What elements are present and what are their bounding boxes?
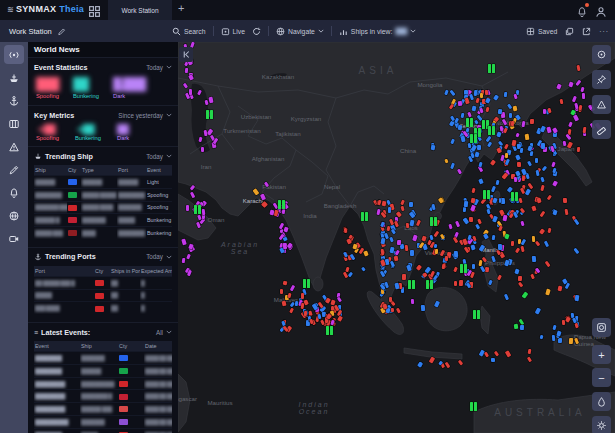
ship-marker[interactable] [282, 243, 286, 249]
measure-ruler-button[interactable] [592, 120, 611, 139]
trending-port-row[interactable]: ███ ████ ███ [34, 302, 172, 314]
ship-marker[interactable] [491, 235, 495, 241]
panel-collapse-button[interactable] [179, 47, 193, 62]
ship-marker[interactable] [519, 147, 523, 152]
ship-marker[interactable] [536, 198, 541, 203]
trending-ship-row[interactable]: ███████ ███ █████ ███████████ Spoofing [34, 201, 172, 214]
ship-marker[interactable] [559, 98, 563, 104]
filter-dropdown[interactable]: All [156, 329, 172, 336]
ship-marker[interactable] [499, 198, 502, 203]
weather-droplet-button[interactable] [592, 392, 611, 411]
trending-ship-row[interactable]: ████████ █████ █████████████ Spoofing [34, 188, 172, 201]
ship-marker[interactable] [524, 134, 528, 140]
ship-marker[interactable] [578, 105, 582, 110]
ship-marker[interactable] [345, 266, 349, 271]
latest-event-row[interactable]: █████████ ██████ ███ ████ ██ ██ [34, 403, 172, 416]
ship-marker[interactable] [409, 202, 413, 207]
trending-ship-row[interactable]: █████ ███ ████████████ Bunkering [34, 227, 172, 239]
ship-marker[interactable] [518, 275, 522, 280]
ship-marker[interactable] [521, 120, 525, 126]
ship-marker[interactable] [540, 143, 544, 149]
ship-marker[interactable] [303, 311, 306, 316]
port-congestion-marker[interactable] [408, 280, 415, 289]
ship-marker[interactable] [287, 292, 291, 298]
ship-marker[interactable] [496, 131, 501, 137]
ship-marker[interactable] [421, 305, 425, 311]
ship-marker[interactable] [389, 297, 392, 303]
trending-ship-row[interactable]: ██████ ████████████ Light [34, 176, 172, 189]
ship-marker[interactable] [201, 147, 204, 152]
basemap-style-button[interactable] [592, 318, 611, 337]
ship-marker[interactable] [569, 338, 573, 344]
trending-port-row[interactable]: ██ █████ ███ █ ███ [34, 276, 172, 289]
rail-item-ports[interactable] [4, 91, 24, 110]
ship-marker[interactable] [485, 90, 488, 95]
rail-item-alerts[interactable] [4, 137, 24, 156]
trending-ship-row[interactable]: ██████ █ ████████████ Bunkering [34, 214, 172, 227]
ship-marker[interactable] [391, 308, 394, 313]
ship-marker[interactable] [186, 205, 189, 211]
range-dropdown[interactable]: Today [146, 64, 172, 71]
ship-marker[interactable] [513, 323, 517, 328]
ship-marker[interactable] [485, 267, 489, 272]
port-congestion-marker[interactable] [426, 280, 433, 289]
tab-work-station[interactable]: Work Station [108, 0, 172, 20]
ship-marker[interactable] [530, 119, 534, 124]
pin-button[interactable] [592, 70, 611, 89]
ship-marker[interactable] [520, 325, 524, 330]
trending-port-row[interactable]: █████ ███ [34, 289, 172, 302]
ship-marker[interactable] [445, 256, 448, 261]
port-congestion-marker[interactable] [194, 205, 201, 214]
search-button[interactable]: Search [172, 27, 206, 36]
ship-marker[interactable] [411, 299, 414, 304]
port-congestion-marker[interactable] [206, 110, 213, 119]
ship-marker[interactable] [510, 120, 513, 126]
navigate-button[interactable]: Navigate [276, 27, 324, 36]
saved-button[interactable]: Saved [526, 27, 557, 36]
ship-marker[interactable] [388, 207, 391, 213]
ship-marker[interactable] [552, 335, 555, 341]
ship-marker[interactable] [454, 281, 457, 286]
rail-item-capture[interactable] [4, 229, 24, 248]
ship-marker[interactable] [460, 136, 465, 142]
new-tab-button[interactable]: + [178, 2, 184, 14]
more-menu-button[interactable]: ··· [599, 28, 609, 35]
history-refresh-icon[interactable] [252, 27, 261, 36]
ship-marker[interactable] [562, 198, 566, 204]
ship-marker[interactable] [564, 209, 568, 215]
port-congestion-marker[interactable] [511, 192, 518, 201]
ship-marker[interactable] [402, 273, 406, 279]
ship-marker[interactable] [539, 335, 543, 340]
ship-marker[interactable] [409, 219, 414, 226]
port-congestion-marker[interactable] [488, 126, 495, 135]
port-congestion-marker[interactable] [303, 279, 310, 288]
rail-item-global-chat[interactable] [4, 206, 24, 225]
range-dropdown[interactable]: Today [146, 253, 172, 260]
range-dropdown[interactable]: Since yesterday [118, 112, 172, 119]
ship-marker[interactable] [509, 113, 513, 118]
port-congestion-marker[interactable] [470, 134, 477, 143]
latest-event-row[interactable]: ████████ ██████ ████ ██ ██ [34, 364, 172, 377]
ship-marker[interactable] [511, 241, 514, 246]
latest-event-row[interactable]: █████████ ████████ █ ████ ██ ██ [34, 390, 172, 403]
live-button[interactable]: Live [221, 27, 245, 36]
range-dropdown[interactable]: Today [146, 153, 172, 160]
port-congestion-marker[interactable] [278, 200, 285, 209]
ship-marker[interactable] [472, 264, 475, 270]
zoom-in-button[interactable]: + [592, 345, 611, 364]
rail-item-notifications[interactable] [4, 183, 24, 202]
port-congestion-marker[interactable] [466, 118, 473, 127]
port-congestion-marker[interactable] [326, 326, 333, 335]
ship-marker[interactable] [498, 244, 502, 250]
port-congestion-marker[interactable] [460, 264, 467, 273]
ship-marker[interactable] [441, 264, 445, 269]
user-account-icon[interactable] [595, 4, 607, 16]
ship-marker[interactable] [381, 201, 386, 207]
ship-marker[interactable] [543, 109, 546, 115]
latest-event-row[interactable]: ██████████ ███████ ████ ██ ██ [34, 415, 172, 428]
latest-event-row[interactable]: ████████ █████ ████ ██ ██ [34, 428, 172, 433]
notifications-bell-icon[interactable] [576, 4, 588, 16]
map-settings-gear-button[interactable] [592, 416, 611, 433]
ship-marker[interactable] [557, 285, 562, 290]
ship-marker[interactable] [512, 105, 517, 111]
